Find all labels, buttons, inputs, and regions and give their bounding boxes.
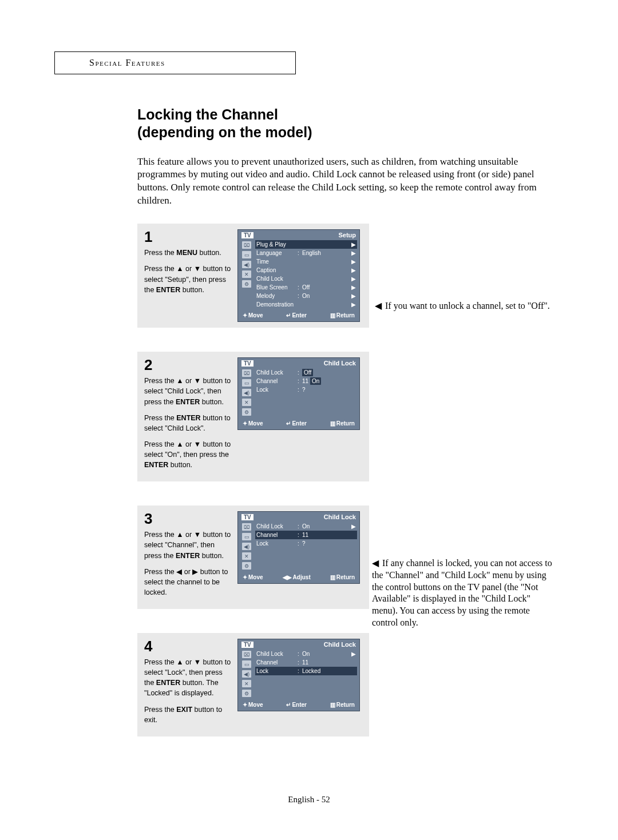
menu-plug-play: Plug & Play▶ <box>255 240 357 249</box>
step-2: 2 Press the ▲ or ▼ button to select "Chi… <box>137 352 369 481</box>
menu-language: Language:English▶ <box>255 249 357 257</box>
step-2-text: 2 Press the ▲ or ▼ button to select "Chi… <box>144 357 233 476</box>
menu-channel: Channel:11 <box>255 531 357 539</box>
page-title: Locking the Channel (depending on the mo… <box>137 106 555 142</box>
osd-child-lock-4: TV Child Lock ⌧ ▭ ◀) ✕ ⚙ Child Lock:On▶ <box>237 639 360 711</box>
picture-icon: ▭ <box>242 660 251 668</box>
step-1-number: 1 <box>144 229 233 244</box>
menu-lock: Lock:Locked <box>255 667 357 675</box>
title-line-1: Locking the Channel <box>137 106 278 122</box>
note-arrow-icon: ◀ <box>372 558 379 570</box>
osd-footer: ✦ Move ↵ Enter ▥ Return <box>238 418 359 429</box>
osd-tv-badge: TV <box>241 360 253 367</box>
step-2-number: 2 <box>144 357 233 372</box>
menu-child-lock: Child Lock:On▶ <box>255 522 357 531</box>
channel-icon: ✕ <box>242 399 251 406</box>
tv-icon: ⌧ <box>242 523 251 531</box>
osd-setup: TV Setup ⌧ ▭ ◀) ✕ ⚙ Plug & Play▶ <box>237 229 360 322</box>
osd-sidebar-icons: ⌧ ▭ ◀) ✕ ⚙ <box>238 648 253 699</box>
picture-icon: ▭ <box>242 251 251 258</box>
menu-child-lock: Child Lock▶ <box>255 274 357 283</box>
setup-icon: ⚙ <box>242 280 251 288</box>
channel-icon: ✕ <box>242 552 251 560</box>
side-note-1: ◀If you want to unlock a channel, set to… <box>375 300 561 312</box>
osd-sidebar-icons: ⌧ ▭ ◀) ✕ ⚙ <box>238 367 253 418</box>
tv-icon: ⌧ <box>242 241 251 249</box>
page-footer: English - 52 <box>0 795 618 805</box>
picture-icon: ▭ <box>242 379 251 387</box>
note-arrow-icon: ◀ <box>375 300 382 312</box>
menu-child-lock: Child Lock:Off <box>255 368 357 377</box>
menu-channel: Channel:11 On <box>255 377 357 385</box>
osd-tv-badge: TV <box>241 642 253 648</box>
osd-title: Child Lock <box>253 513 356 520</box>
osd-footer: ✦ Move ◀▶ Adjust ▥ Return <box>238 572 359 583</box>
menu-channel: Channel:11 <box>255 658 357 667</box>
osd-child-lock-3: TV Child Lock ⌧ ▭ ◀) ✕ ⚙ Child Lock:On▶ <box>237 511 360 584</box>
setup-icon: ⚙ <box>242 562 251 570</box>
title-line-2: (depending on the model) <box>137 124 312 140</box>
step-4-number: 4 <box>144 639 233 654</box>
sound-icon: ◀) <box>242 389 251 396</box>
menu-blue-screen: Blue Screen:Off▶ <box>255 283 357 292</box>
channel-icon: ✕ <box>242 680 251 687</box>
intro-paragraph: This feature allows you to prevent unaut… <box>137 156 555 208</box>
menu-child-lock: Child Lock:On▶ <box>255 650 357 658</box>
sound-icon: ◀) <box>242 670 251 678</box>
tv-icon: ⌧ <box>242 651 251 658</box>
menu-lock: Lock:? <box>255 539 357 548</box>
setup-icon: ⚙ <box>242 690 251 697</box>
osd-sidebar-icons: ⌧ ▭ ◀) ✕ ⚙ <box>238 521 253 572</box>
osd-footer: ✦ Move ↵ Enter ▥ Return <box>238 310 359 321</box>
tv-icon: ⌧ <box>242 369 251 377</box>
step-3-text: 3 Press the ▲ or ▼ button to select "Cha… <box>144 511 233 603</box>
sound-icon: ◀) <box>242 261 251 268</box>
step-4: 4 Press the ▲ or ▼ button to select "Loc… <box>137 633 369 737</box>
osd-tv-badge: TV <box>241 514 253 520</box>
menu-caption: Caption▶ <box>255 266 357 274</box>
picture-icon: ▭ <box>242 533 251 540</box>
osd-footer: ✦ Move ↵ Enter ▥ Return <box>238 699 359 711</box>
step-1: 1 Press the MENU button. Press the ▲ or … <box>137 224 369 328</box>
osd-title: Child Lock <box>253 641 356 648</box>
step-4-text: 4 Press the ▲ or ▼ button to select "Loc… <box>144 639 233 731</box>
menu-demonstration: Demonstration▶ <box>255 300 357 309</box>
menu-lock: Lock:? <box>255 385 357 394</box>
sound-icon: ◀) <box>242 543 251 550</box>
setup-icon: ⚙ <box>242 408 251 416</box>
section-header-box: Special Features <box>54 51 296 74</box>
menu-melody: Melody:On▶ <box>255 292 357 300</box>
step-3: 3 Press the ▲ or ▼ button to select "Cha… <box>137 505 369 609</box>
step-1-text: 1 Press the MENU button. Press the ▲ or … <box>144 229 233 322</box>
side-note-2: ◀If any channel is locked, you can not a… <box>372 558 558 629</box>
channel-icon: ✕ <box>242 270 251 278</box>
osd-sidebar-icons: ⌧ ▭ ◀) ✕ ⚙ <box>238 239 253 310</box>
steps-container: 1 Press the MENU button. Press the ▲ or … <box>137 224 369 737</box>
menu-time: Time▶ <box>255 257 357 266</box>
osd-title: Child Lock <box>253 360 356 367</box>
osd-title: Setup <box>253 232 356 238</box>
step-3-number: 3 <box>144 511 233 526</box>
osd-tv-badge: TV <box>241 232 253 238</box>
osd-child-lock-2: TV Child Lock ⌧ ▭ ◀) ✕ ⚙ Child Lock:Off <box>237 357 360 430</box>
section-header: Special Features <box>89 58 165 67</box>
